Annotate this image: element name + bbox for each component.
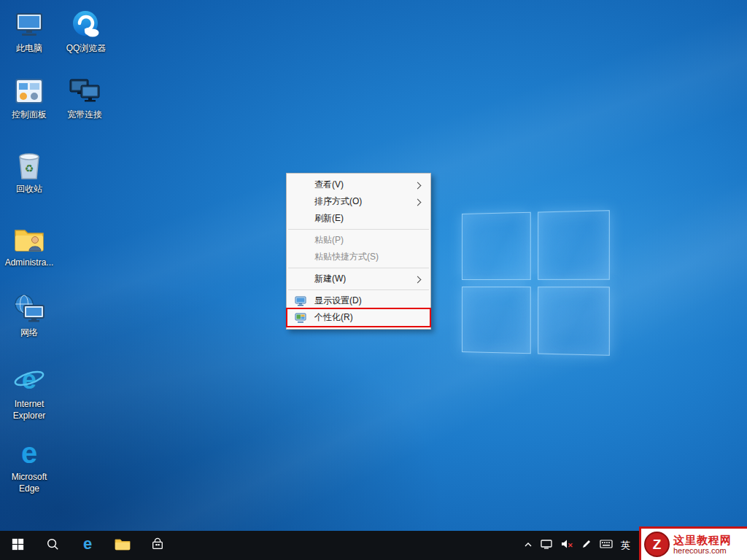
svg-text:e: e bbox=[22, 365, 36, 394]
desktop-icon-this-pc[interactable]: 此电脑 bbox=[3, 9, 55, 55]
watermark-site-url: herecours.com bbox=[673, 546, 732, 556]
menu-separator bbox=[288, 268, 429, 268]
network-icon bbox=[13, 293, 45, 325]
ethernet-monitor-icon bbox=[541, 538, 552, 553]
icon-label: Microsoft Edge bbox=[3, 472, 55, 494]
menu-item-label: 新建(W) bbox=[314, 273, 346, 284]
windows-hero-logo bbox=[462, 210, 610, 356]
icon-label: 回收站 bbox=[16, 184, 42, 195]
desktop-context-menu: 查看(V) 排序方式(O) 刷新(E) 粘贴(P) 粘贴快捷方式(S) 新建(W… bbox=[286, 173, 431, 330]
desktop-icon-administrator[interactable]: Administra... bbox=[3, 223, 55, 269]
menu-item-label: 刷新(E) bbox=[314, 213, 344, 223]
menu-item-paste: 粘贴(P) bbox=[287, 232, 430, 249]
windows-logo-pane bbox=[538, 287, 610, 356]
menu-separator bbox=[288, 229, 429, 230]
menu-item-label: 粘贴(P) bbox=[314, 235, 344, 245]
icon-label: QQ浏览器 bbox=[66, 43, 107, 55]
taskbar: e bbox=[0, 531, 747, 560]
personalization-icon bbox=[295, 312, 306, 324]
desktop-icon-control-panel[interactable]: 控制面板 bbox=[3, 75, 55, 121]
tray-pen-settings[interactable] bbox=[581, 539, 592, 552]
menu-item-sort-by[interactable]: 排序方式(O) bbox=[287, 193, 430, 210]
control-panel-icon bbox=[13, 75, 45, 107]
icon-label: 网络 bbox=[20, 327, 38, 339]
windows-logo-pane bbox=[462, 287, 530, 354]
menu-item-display-settings[interactable]: 显示设置(D) bbox=[287, 292, 430, 309]
volume-muted-icon: ✕ bbox=[560, 538, 573, 553]
tray-volume[interactable]: ✕ bbox=[560, 538, 573, 553]
microsoft-store-icon bbox=[151, 537, 164, 553]
search-button[interactable] bbox=[35, 531, 70, 560]
tray-show-hidden-icons[interactable] bbox=[524, 539, 533, 552]
menu-item-view[interactable]: 查看(V) bbox=[287, 176, 430, 193]
watermark-logo: Z bbox=[644, 532, 670, 557]
tray-ime-indicator[interactable]: 英 bbox=[621, 539, 630, 552]
taskbar-edge-button[interactable]: e bbox=[70, 531, 105, 560]
taskbar-store-button[interactable] bbox=[140, 531, 175, 560]
windows-logo-pane bbox=[462, 212, 530, 280]
administrator-folder-icon bbox=[13, 223, 45, 255]
icon-label: 宽带连接 bbox=[67, 109, 102, 121]
submenu-arrow-icon bbox=[414, 198, 422, 206]
site-watermark: Z 这里教程网 herecours.com bbox=[639, 526, 747, 560]
svg-text:♻: ♻ bbox=[25, 163, 34, 174]
search-icon bbox=[46, 537, 59, 553]
touch-keyboard-icon bbox=[600, 539, 613, 552]
icon-label: Administra... bbox=[5, 257, 54, 269]
svg-text:e: e bbox=[21, 438, 37, 469]
pen-icon bbox=[581, 539, 592, 552]
menu-item-refresh[interactable]: 刷新(E) bbox=[287, 210, 430, 227]
microsoft-edge-icon: e bbox=[13, 438, 45, 470]
menu-item-label: 个性化(R) bbox=[314, 312, 353, 322]
edge-icon: e bbox=[79, 535, 96, 556]
watermark-site-name: 这里教程网 bbox=[673, 534, 732, 546]
menu-item-paste-shortcut: 粘贴快捷方式(S) bbox=[287, 249, 430, 265]
this-pc-icon bbox=[13, 9, 45, 41]
svg-text:✕: ✕ bbox=[568, 542, 573, 549]
menu-item-label: 粘贴快捷方式(S) bbox=[314, 252, 379, 262]
menu-item-label: 查看(V) bbox=[314, 179, 344, 190]
desktop-icon-microsoft-edge[interactable]: e Microsoft Edge bbox=[3, 438, 55, 494]
icon-label: 控制面板 bbox=[12, 109, 47, 121]
menu-item-label: 排序方式(O) bbox=[314, 196, 362, 206]
tray-touch-keyboard[interactable] bbox=[600, 539, 613, 552]
menu-separator bbox=[288, 289, 429, 290]
menu-item-new[interactable]: 新建(W) bbox=[287, 271, 430, 287]
recycle-bin-icon: ♻ bbox=[13, 149, 45, 182]
desktop-icon-recycle-bin[interactable]: ♻ 回收站 bbox=[3, 149, 55, 195]
menu-item-label: 显示设置(D) bbox=[314, 295, 362, 306]
menu-item-personalize[interactable]: 个性化(R) bbox=[287, 309, 430, 326]
taskbar-file-explorer-button[interactable] bbox=[105, 531, 140, 560]
broadband-connection-icon bbox=[69, 75, 101, 107]
watermark-text: 这里教程网 herecours.com bbox=[673, 534, 732, 556]
submenu-arrow-icon bbox=[414, 182, 422, 189]
internet-explorer-icon: e bbox=[13, 365, 45, 397]
chevron-up-icon bbox=[524, 539, 533, 552]
svg-text:e: e bbox=[83, 535, 92, 553]
desktop-icon-network[interactable]: 网络 bbox=[3, 293, 55, 339]
ime-language-label: 英 bbox=[621, 539, 630, 552]
red-highlight-box bbox=[286, 308, 431, 327]
icon-label: 此电脑 bbox=[16, 43, 42, 55]
desktop-icon-broadband[interactable]: 宽带连接 bbox=[58, 75, 111, 121]
file-explorer-icon bbox=[115, 537, 131, 553]
desktop-icon-internet-explorer[interactable]: e Internet Explorer bbox=[3, 365, 55, 421]
desktop-icon-qq-browser[interactable]: QQ浏览器 bbox=[60, 9, 112, 55]
display-settings-icon bbox=[295, 295, 306, 307]
windows-start-icon bbox=[12, 538, 24, 553]
icon-label: Internet Explorer bbox=[3, 399, 55, 421]
windows-logo-pane bbox=[538, 210, 610, 279]
start-button[interactable] bbox=[0, 531, 35, 560]
system-tray: ✕ 英 bbox=[524, 531, 630, 560]
tray-network-status[interactable] bbox=[541, 538, 552, 553]
qq-browser-icon bbox=[70, 9, 102, 41]
submenu-arrow-icon bbox=[414, 276, 422, 283]
